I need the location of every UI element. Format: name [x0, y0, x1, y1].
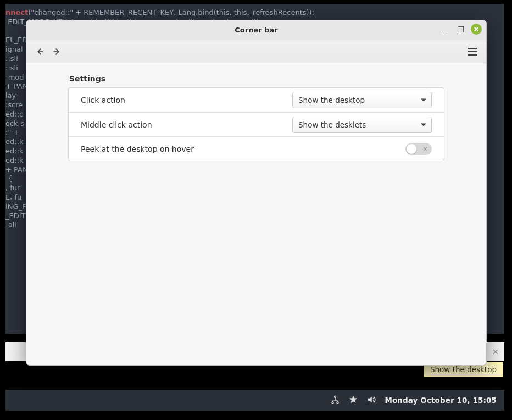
settings-body: Settings Click action Show the desktop M… [26, 63, 486, 365]
hamburger-icon [468, 48, 477, 49]
chevron-down-icon [421, 123, 426, 126]
volume-icon[interactable] [366, 395, 376, 406]
nav-back-button[interactable] [32, 43, 48, 60]
switch-peek-hover[interactable]: × [405, 143, 432, 155]
window-close-button[interactable] [471, 24, 482, 35]
switch-knob [407, 144, 416, 154]
label-click-action: Click action [81, 96, 125, 104]
window-maximize-button[interactable] [455, 24, 465, 34]
arrow-left-icon [35, 47, 45, 57]
statusbar-close-icon[interactable]: × [489, 347, 501, 357]
row-middle-click-action: Middle click action Show the desklets [69, 112, 444, 136]
nav-forward-button[interactable] [48, 43, 65, 60]
row-click-action: Click action Show the desktop [69, 88, 444, 112]
network-icon[interactable] [330, 395, 340, 406]
settings-heading: Settings [69, 74, 444, 83]
settings-group: Click action Show the desktop Middle cli… [68, 87, 444, 161]
combo-click-action[interactable]: Show the desktop [292, 92, 432, 108]
switch-off-glyph: × [422, 146, 428, 152]
window-minimize-button[interactable] [440, 24, 450, 34]
arrow-right-icon [52, 47, 62, 57]
window-title: Corner bar [26, 26, 486, 34]
window-toolbar [26, 40, 486, 63]
combo-middle-click-action-value: Show the desklets [298, 120, 366, 129]
window-titlebar[interactable]: Corner bar [26, 20, 486, 40]
label-peek-hover: Peek at the desktop on hover [81, 145, 194, 153]
star-icon[interactable] [348, 395, 358, 406]
row-peek-hover: Peek at the desktop on hover × [69, 136, 444, 161]
menu-button[interactable] [464, 43, 481, 60]
combo-click-action-value: Show the desktop [298, 96, 365, 104]
panel-clock[interactable]: Monday October 10, 15:05 [385, 396, 497, 405]
desktop-panel: Monday October 10, 15:05 [5, 390, 504, 411]
settings-window: Corner bar Settings Click action Show th… [26, 20, 487, 366]
chevron-down-icon [421, 99, 426, 102]
label-middle-click-action: Middle click action [81, 120, 152, 129]
combo-middle-click-action[interactable]: Show the desklets [292, 117, 432, 133]
